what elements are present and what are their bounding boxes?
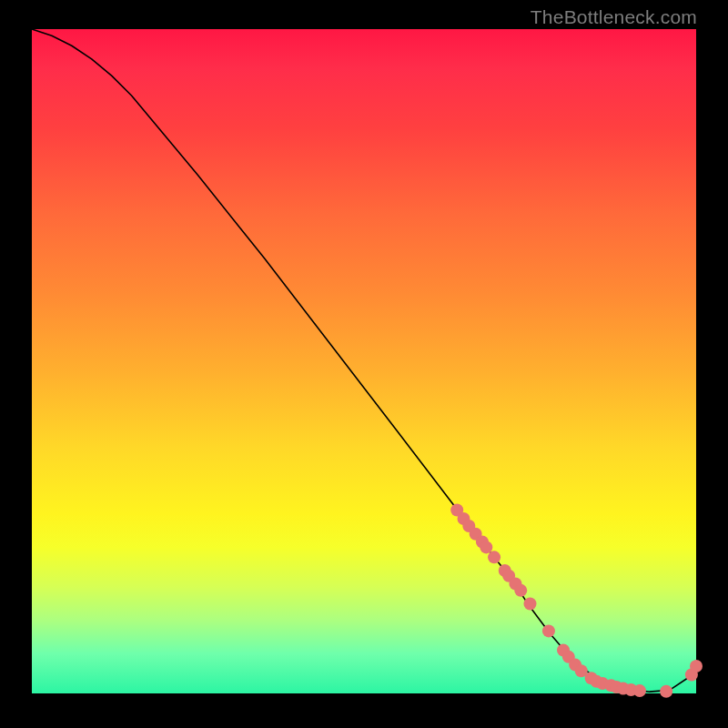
plot-area — [32, 29, 696, 693]
watermark-text: TheBottleneck.com — [531, 6, 697, 28]
data-point — [488, 551, 500, 563]
chart-stage: TheBottleneck.com — [0, 0, 728, 728]
data-point — [524, 597, 537, 610]
data-point — [690, 660, 703, 672]
data-point — [514, 584, 527, 597]
data-point — [480, 541, 492, 553]
marker-layer — [450, 504, 703, 698]
data-point — [660, 685, 672, 698]
data-point — [542, 624, 555, 637]
bottleneck-curve — [32, 29, 696, 692]
plot-svg — [32, 29, 696, 693]
data-point — [633, 684, 646, 697]
